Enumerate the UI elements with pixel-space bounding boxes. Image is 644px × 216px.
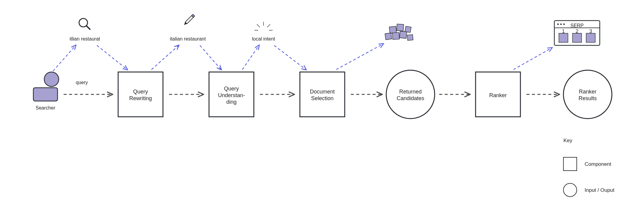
flow-arrows-annotations xyxy=(53,44,552,71)
svg-line-56 xyxy=(242,45,259,70)
svg-text:Query: Query xyxy=(224,86,239,92)
serp-num-3: 3 xyxy=(589,29,592,34)
annotation-corrected: italian restaurant xyxy=(170,36,206,41)
svg-line-54 xyxy=(151,45,179,70)
node-query-understanding: Query Understan- ding xyxy=(209,72,254,117)
svg-point-3 xyxy=(44,72,59,87)
svg-rect-15 xyxy=(392,32,399,39)
searcher-label: Searcher xyxy=(36,105,56,110)
node-ranker: Ranker xyxy=(476,72,520,117)
node-query-rewriting: Query Rewriting xyxy=(118,72,163,117)
pencil-icon xyxy=(183,14,194,26)
node-ranker-results: Ranker Results xyxy=(563,70,612,119)
legend: Key Component Input / Ouput xyxy=(563,138,615,197)
svg-rect-25 xyxy=(559,33,568,42)
svg-point-61 xyxy=(563,183,577,197)
svg-line-58 xyxy=(336,44,383,70)
sparkle-icon xyxy=(254,22,273,30)
svg-line-59 xyxy=(513,48,552,70)
svg-text:Returned: Returned xyxy=(399,89,422,95)
svg-rect-26 xyxy=(573,33,582,42)
legend-title: Key xyxy=(563,138,573,143)
svg-text:Query: Query xyxy=(133,89,148,95)
node-document-selection: Document Selection xyxy=(300,72,345,117)
svg-rect-19 xyxy=(407,34,413,41)
legend-io: Input / Ouput xyxy=(585,187,615,193)
magnifier-icon xyxy=(79,18,90,29)
svg-rect-2 xyxy=(33,88,58,101)
svg-rect-18 xyxy=(405,26,411,33)
node-returned-candidates: Returned Candidates xyxy=(386,70,435,119)
svg-line-55 xyxy=(200,45,221,70)
svg-line-9 xyxy=(257,24,260,27)
svg-text:Document: Document xyxy=(310,89,335,95)
svg-rect-16 xyxy=(400,31,407,38)
annotation-intent: local intent xyxy=(252,36,275,41)
svg-rect-60 xyxy=(563,157,577,171)
svg-text:Ranker: Ranker xyxy=(579,89,596,95)
serp-num-2: 2 xyxy=(576,29,579,34)
svg-point-24 xyxy=(563,24,565,25)
svg-rect-6 xyxy=(185,16,194,24)
svg-line-10 xyxy=(267,24,270,27)
svg-text:Understan-: Understan- xyxy=(218,92,245,98)
svg-text:Rewriting: Rewriting xyxy=(129,95,152,101)
searcher-icon xyxy=(33,72,59,101)
svg-line-5 xyxy=(86,26,90,29)
svg-text:Ranker: Ranker xyxy=(489,92,507,98)
svg-rect-17 xyxy=(385,33,392,40)
query-label: query xyxy=(76,80,88,85)
svg-line-57 xyxy=(274,45,306,70)
serp-label: SERP xyxy=(570,23,584,28)
svg-text:Results: Results xyxy=(579,95,597,101)
svg-text:ding: ding xyxy=(226,99,237,105)
documents-cluster-icon xyxy=(385,24,413,40)
svg-line-53 xyxy=(97,45,127,70)
legend-component: Component xyxy=(585,161,611,167)
serp-num-1: 1 xyxy=(562,29,565,34)
annotation-typo: itlian restaurat xyxy=(70,36,100,41)
svg-text:Selection: Selection xyxy=(311,95,334,101)
svg-point-23 xyxy=(560,24,562,25)
svg-line-52 xyxy=(53,45,76,71)
svg-rect-14 xyxy=(397,24,403,31)
svg-point-22 xyxy=(557,24,559,25)
serp-window-icon: SERP 1 2 3 xyxy=(554,21,600,45)
svg-text:Candidates: Candidates xyxy=(397,95,424,101)
svg-rect-27 xyxy=(586,33,595,42)
